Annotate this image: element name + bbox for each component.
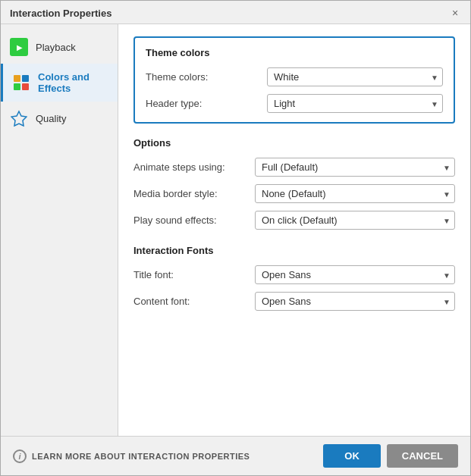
- cancel-button[interactable]: CANCEL: [387, 444, 458, 468]
- content-font-select-wrapper: Open Sans Arial Verdana ▼: [255, 292, 455, 311]
- sidebar-item-quality[interactable]: Quality: [1, 102, 118, 135]
- header-type-select[interactable]: Light Dark: [267, 94, 443, 113]
- theme-colors-select-wrapper: White Blue Green Red ▼: [267, 67, 443, 86]
- sidebar-label-colors-effects: Colors and Effects: [38, 71, 108, 94]
- footer-learn-more[interactable]: i LEARN MORE ABOUT INTERACTION PROPERTIE…: [13, 449, 250, 463]
- title-bar: Interaction Properties ×: [1, 1, 470, 24]
- sidebar-label-quality: Quality: [36, 113, 66, 124]
- options-title: Options: [133, 137, 455, 149]
- media-border-select-wrapper: None (Default) Thin Thick ▼: [255, 184, 455, 203]
- interaction-properties-dialog: Interaction Properties × Playback: [0, 0, 471, 476]
- fonts-title: Interaction Fonts: [133, 245, 455, 256]
- animate-steps-select[interactable]: Full (Default) None Fade: [255, 158, 455, 177]
- sound-effects-select[interactable]: On click (Default) Always Never: [255, 211, 455, 230]
- close-button[interactable]: ×: [449, 7, 461, 19]
- theme-colors-select[interactable]: White Blue Green Red: [267, 67, 443, 86]
- media-border-label: Media border style:: [133, 188, 255, 199]
- sound-effects-row: Play sound effects: On click (Default) A…: [133, 211, 455, 230]
- svg-rect-3: [22, 83, 29, 90]
- animate-steps-label: Animate steps using:: [133, 161, 255, 173]
- svg-rect-2: [14, 83, 20, 90]
- fonts-section: Interaction Fonts Title font: Open Sans …: [133, 245, 455, 311]
- sidebar-label-playback: Playback: [36, 42, 76, 53]
- header-type-label: Header type:: [146, 98, 267, 109]
- content-font-label: Content font:: [133, 296, 255, 307]
- animate-steps-select-wrapper: Full (Default) None Fade ▼: [255, 158, 455, 177]
- sound-effects-label: Play sound effects:: [133, 215, 255, 226]
- theme-colors-title: Theme colors: [146, 47, 443, 58]
- title-font-select-wrapper: Open Sans Arial Verdana ▼: [255, 265, 455, 284]
- info-icon: i: [13, 449, 27, 463]
- theme-colors-row: Theme colors: White Blue Green Red ▼: [146, 67, 443, 86]
- dialog-body: Playback Colors and Effects: [1, 24, 470, 436]
- svg-rect-1: [22, 75, 29, 82]
- media-border-row: Media border style: None (Default) Thin …: [133, 184, 455, 203]
- title-font-label: Title font:: [133, 269, 255, 280]
- sound-effects-select-wrapper: On click (Default) Always Never ▼: [255, 211, 455, 230]
- ok-button[interactable]: OK: [323, 444, 381, 468]
- learn-more-link[interactable]: LEARN MORE ABOUT INTERACTION PROPERTIES: [32, 452, 250, 461]
- footer-buttons: OK CANCEL: [323, 444, 458, 468]
- theme-colors-section: Theme colors Theme colors: White Blue Gr…: [133, 36, 455, 124]
- main-content: Theme colors Theme colors: White Blue Gr…: [118, 24, 470, 436]
- sidebar-item-playback[interactable]: Playback: [1, 30, 118, 64]
- svg-marker-4: [11, 111, 27, 126]
- title-font-select[interactable]: Open Sans Arial Verdana: [255, 265, 455, 284]
- quality-icon: [10, 109, 28, 127]
- header-type-row: Header type: Light Dark ▼: [146, 94, 443, 113]
- media-border-select[interactable]: None (Default) Thin Thick: [255, 184, 455, 203]
- sidebar: Playback Colors and Effects: [1, 24, 118, 436]
- playback-icon: [10, 38, 28, 56]
- dialog-footer: i LEARN MORE ABOUT INTERACTION PROPERTIE…: [1, 436, 470, 475]
- title-font-row: Title font: Open Sans Arial Verdana ▼: [133, 265, 455, 284]
- content-font-select[interactable]: Open Sans Arial Verdana: [255, 292, 455, 311]
- header-type-select-wrapper: Light Dark ▼: [267, 94, 443, 113]
- animate-steps-row: Animate steps using: Full (Default) None…: [133, 158, 455, 177]
- colors-effects-icon: [12, 74, 30, 92]
- sidebar-item-colors-effects[interactable]: Colors and Effects: [1, 64, 118, 102]
- theme-colors-label: Theme colors:: [146, 71, 267, 83]
- dialog-title: Interaction Properties: [10, 8, 111, 19]
- options-section: Options Animate steps using: Full (Defau…: [133, 137, 455, 230]
- svg-rect-0: [14, 75, 20, 82]
- content-font-row: Content font: Open Sans Arial Verdana ▼: [133, 292, 455, 311]
